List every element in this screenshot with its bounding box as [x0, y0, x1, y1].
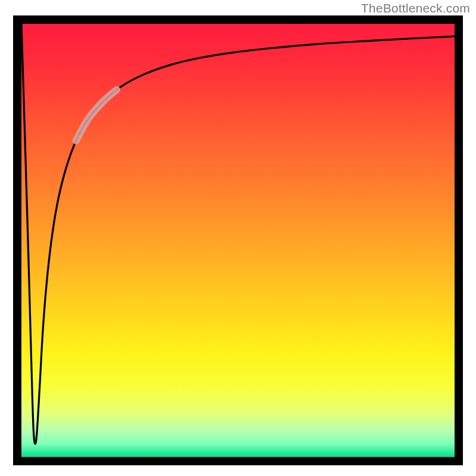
chart-plot-area — [21, 24, 455, 457]
bottleneck-curve — [21, 24, 455, 444]
chart-frame — [13, 15, 463, 465]
curve-highlight-segment — [76, 90, 117, 141]
attribution-text: TheBottleneck.com — [361, 1, 470, 15]
chart-curve-svg — [21, 24, 455, 457]
